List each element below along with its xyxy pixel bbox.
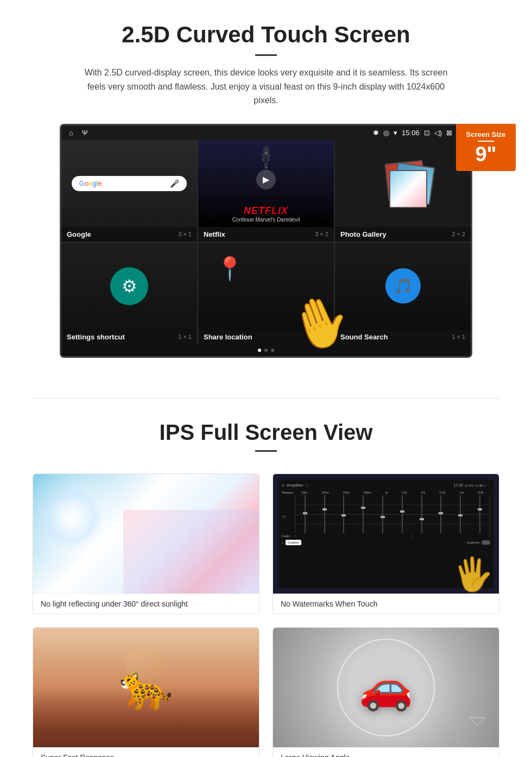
google-app-name: Google [67,230,91,238]
eq-thumb-4 [361,507,365,509]
google-search-bar[interactable]: Google 🎤 [72,176,187,191]
amp-header: ⌂ Amplifier ||| 17:33 ◎ ▾ ⊡ ◁) ⊠ ▭ ← [282,483,490,488]
eq-slider-7[interactable] [421,495,422,533]
eq-thumb-8 [439,512,443,514]
amp-side-panel: Balance ◁) Fader [282,491,295,538]
view-angle-indicator [466,715,488,736]
amp-custom-button[interactable]: Custom [286,540,301,545]
eq-slider-4[interactable] [363,495,364,533]
amp-freq-2k5: 2.5k [402,491,407,494]
section-ips-screen: IPS Full Screen View No light reflecting… [0,420,532,757]
amp-nav-arrows: ‹‹ [282,541,284,544]
home-icon[interactable]: ⌂ [69,129,73,137]
photo-card-3 [389,170,427,208]
section-divider [33,398,499,399]
status-bar: ⌂ Ψ ✱ ◎ ▾ 15:06 ⊡ ◁) ⊠ ▭ [61,125,471,140]
car-emoji: 🚗 [359,662,413,713]
google-label-row: Google 3 × 1 [61,227,197,242]
amp-freq-60: 60hz [302,491,308,494]
eq-thumb-6 [400,510,404,513]
app-cell-netflix[interactable]: 🕴 ▶ NETFLIX Continue Marvel's Daredevil … [198,140,334,242]
app-cell-sound-search[interactable]: 🎵 Sound Search 1 × 1 [335,243,471,344]
app-cell-share-location[interactable]: 📍 🤚 Share location 1 × 1 [198,243,334,344]
eq-slider-5[interactable] [382,495,383,533]
amp-freq-15k: 15k [459,491,464,494]
daredevil-silhouette: 🕴 [252,146,280,172]
badge-title: Screen Size [461,130,510,138]
status-time: 15:06 [402,129,420,137]
amp-freq-sub: SUB [478,491,483,494]
status-left-icons: ⌂ Ψ [69,129,88,137]
netflix-app-size: 3 × 2 [315,231,328,237]
netflix-logo: NETFLIX [204,205,328,217]
amp-eq-sliders [295,495,490,533]
sunlight-image [33,474,259,594]
cheetah-image: 🐆 [33,628,259,747]
page-dot-3 [271,349,274,352]
amp-footer-left: ‹‹ Custom [282,540,301,545]
camera-icon: ⊡ [424,129,430,137]
amp-fader-label: Fader [282,534,294,538]
eq-slider-1[interactable] [305,495,306,533]
close-icon: ⊠ [446,129,452,137]
settings-icon: ⚙ [110,267,148,305]
share-location-app-name: Share location [204,333,252,341]
amp-time-display: 17:33 [453,483,463,487]
amp-loudness-toggle[interactable] [482,540,490,545]
eq-thumb-1 [303,512,307,514]
section1-description: With 2.5D curved-display screen, this de… [81,66,451,108]
amp-freq-100: 100hz [321,491,329,494]
page-indicator-dots [61,344,471,356]
badge-size-value: 9" [461,144,510,165]
app-cell-settings[interactable]: ⚙ Settings shortcut 1 × 1 [61,243,197,344]
photo-gallery-content: 🌸 [335,140,471,227]
amp-val-6: 0 [489,534,490,538]
photo-gallery-app-name: Photo Gallery [340,230,387,238]
sound-search-content: 🎵 [335,243,471,330]
app-cell-photo-gallery[interactable]: 🌸 Photo Gallery 2 × 2 [335,140,471,242]
title-underline [255,54,277,56]
netflix-app-content: 🕴 ▶ NETFLIX Continue Marvel's Daredevil [198,140,334,227]
photo-gallery-label-row: Photo Gallery 2 × 2 [335,227,471,242]
eq-thumb-2 [322,508,327,510]
eq-slider-10[interactable] [479,495,480,533]
eq-thumb-3 [341,514,346,516]
watermarks-feature-label: No Watermarks When Touch [273,594,499,614]
device-mockup: ⌂ Ψ ✱ ◎ ▾ 15:06 ⊡ ◁) ⊠ ▭ [60,124,472,358]
dust-cloud [124,647,168,680]
eq-slider-3[interactable] [343,495,344,533]
app-cell-google[interactable]: Google 🎤 Google 3 × 1 [61,140,197,242]
eq-thumb-5 [381,516,385,518]
google-mic-icon[interactable]: 🎤 [170,179,179,188]
amp-eq-bars-area: 60hz 100hz 200hz 500hz 1k 2.5k 10k 12.5k… [295,491,490,538]
amp-freq-200: 200hz [343,491,350,494]
location-icon: ◎ [383,129,389,137]
settings-label-row: Settings shortcut 1 × 1 [61,330,197,344]
sun-glow [39,485,104,550]
netflix-info-overlay: NETFLIX Continue Marvel's Daredevil [198,201,334,227]
usb-icon: Ψ [82,129,88,137]
eq-slider-6[interactable] [402,495,403,533]
eq-slider-2[interactable] [324,495,325,533]
viewing-angle-feature-label: Large Viewing Angle [273,747,499,757]
page-dot-1 [258,349,261,352]
eq-thumb-7 [420,518,424,520]
car-top-view-image: 🚗 [273,628,499,747]
google-logo: Google [79,179,102,187]
settings-app-size: 1 × 1 [178,333,192,340]
sound-search-icon: 🎵 [385,268,421,304]
amp-freq-1k: 1k [385,491,388,494]
section1-title: 2.5D Curved Touch Screen [33,22,499,48]
badge-underline [478,141,494,142]
screen-size-badge: Screen Size 9" [456,124,516,171]
eq-slider-9[interactable] [460,495,461,533]
section2-underline [255,450,277,452]
eq-slider-8[interactable] [440,495,441,533]
netflix-play-button[interactable]: ▶ [256,170,276,190]
wifi-icon: ▾ [394,129,397,137]
amp-loudness-control: loudness [467,540,490,545]
volume-icon: ◁) [434,129,442,137]
amp-eq-section: Balance ◁) Fader 60hz 100hz 200hz 500hz … [282,491,490,538]
photo-stack: 🌸 [376,156,430,211]
amp-freq-10k: 10k [421,491,425,494]
